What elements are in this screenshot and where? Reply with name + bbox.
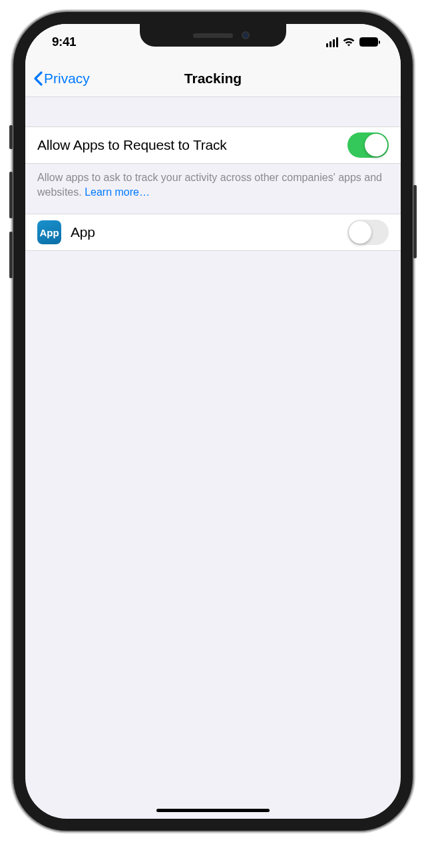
app-icon: App [37,220,61,244]
app-list: App App [25,214,401,251]
power-button [413,185,417,258]
settings-group-main: Allow Apps to Request to Track Allow app… [25,126,401,214]
nav-bar: Privacy Tracking [25,60,401,97]
toggle-knob [365,134,387,156]
app-row: App App [25,214,401,251]
back-label: Privacy [44,71,90,87]
cellular-signal-icon [326,37,339,47]
back-button[interactable]: Privacy [33,71,90,87]
footer-description: Allow apps to ask to track your activity… [25,164,401,214]
toggle-knob [349,221,371,244]
status-time: 9:41 [52,35,76,49]
volume-up-button [9,172,13,218]
screen: 9:41 Privacy Tracking [25,24,401,819]
app-tracking-toggle[interactable] [347,220,389,245]
allow-tracking-toggle[interactable] [347,132,389,158]
page-title: Tracking [184,71,242,87]
battery-icon [359,37,378,47]
wifi-icon [342,37,355,47]
home-indicator[interactable] [156,809,270,812]
chevron-left-icon [33,71,43,86]
front-camera [242,31,250,39]
volume-down-button [9,232,13,278]
allow-tracking-label: Allow Apps to Request to Track [37,137,347,153]
silence-switch [9,125,13,149]
status-indicators [326,37,379,47]
speaker-grille [193,33,233,38]
learn-more-link[interactable]: Learn more… [85,186,150,198]
app-name: App [71,224,347,240]
phone-frame: 9:41 Privacy Tracking [13,12,413,831]
allow-tracking-row: Allow Apps to Request to Track [25,126,401,164]
notch [140,24,286,47]
